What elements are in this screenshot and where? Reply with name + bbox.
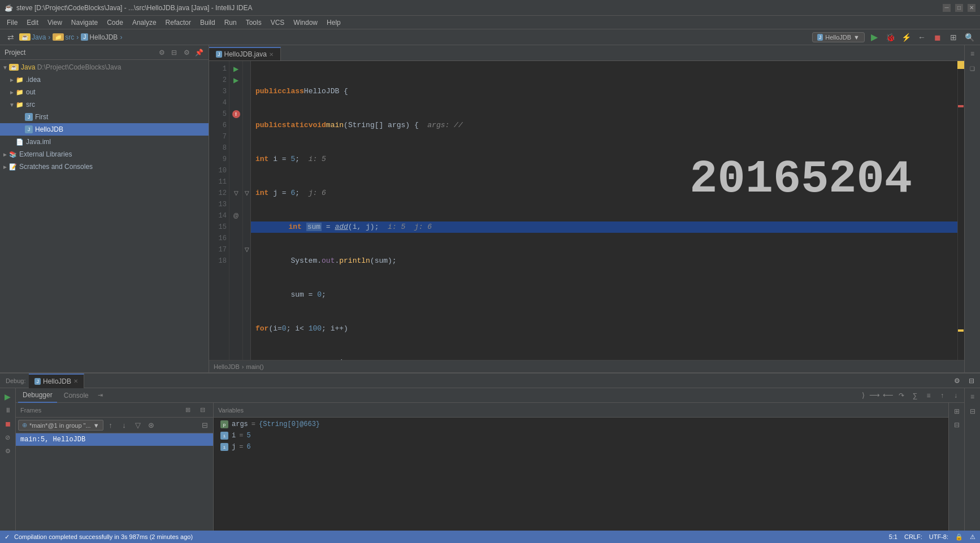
pause-button[interactable]: ⏸: [2, 404, 14, 416]
coverage-button[interactable]: ⚡: [900, 31, 912, 44]
tab-hellojdb[interactable]: J HelloJDB.java ✕: [209, 47, 281, 60]
tree-item-javaiml[interactable]: 📄 Java.iml: [0, 136, 209, 148]
menu-window[interactable]: Window: [289, 18, 322, 28]
menu-run[interactable]: Run: [220, 18, 241, 28]
debug-tab-close[interactable]: ✕: [73, 378, 78, 384]
sidebar-config-icon[interactable]: ⚙: [157, 47, 167, 58]
menu-refactor[interactable]: Refactor: [161, 18, 196, 28]
at-icon-14: @: [233, 210, 239, 221]
gutter-1[interactable]: ▶: [231, 63, 241, 75]
console-tab[interactable]: Console: [59, 388, 93, 403]
evaluate-btn[interactable]: ∑: [909, 389, 921, 402]
dr-icon-1[interactable]: ⊞: [951, 405, 963, 418]
run-toolbar: J HelloJDB ▼ ▶ 🐞 ⚡ ← ◼ ⊞ 🔍: [812, 31, 975, 44]
run-config-dropdown[interactable]: J HelloJDB ▼: [812, 32, 865, 42]
status-encoding[interactable]: UTF-8:: [929, 533, 948, 540]
trace-btn[interactable]: ≡: [922, 389, 935, 402]
run-button[interactable]: ▶: [868, 31, 881, 44]
step-out-btn[interactable]: ⟵: [882, 389, 894, 402]
tree-item-first[interactable]: J First: [0, 111, 209, 123]
sidebar-gear-icon[interactable]: ⚙: [181, 47, 192, 58]
debug-inner-panel: Debugger Console ⇥ ⟩ ⟶ ⟵ ↷ ∑ ≡ ↑ ↓: [16, 388, 964, 531]
dfr-icon-2[interactable]: ⊟: [966, 405, 979, 418]
stop-debug-button[interactable]: ◼: [2, 418, 14, 430]
console-redirect-icon[interactable]: ⇥: [96, 392, 105, 399]
gutter-14[interactable]: @: [231, 210, 241, 221]
debug-close-icon[interactable]: ⊟: [965, 375, 978, 387]
dfr-icon-1[interactable]: ≡: [966, 390, 979, 403]
resume-button[interactable]: ▶: [2, 390, 14, 403]
breadcrumb-class[interactable]: HelloJDB: [214, 363, 240, 370]
maximize-button[interactable]: □: [955, 4, 963, 12]
rs-icon-1[interactable]: ≡: [966, 47, 979, 60]
minimize-button[interactable]: ─: [943, 4, 951, 12]
sidebar-expand-icon[interactable]: ⊟: [169, 47, 179, 58]
breadcrumb-hellojdb[interactable]: HelloJDB: [89, 33, 118, 41]
menu-edit[interactable]: Edit: [22, 18, 43, 28]
editor-tabs: J HelloJDB.java ✕: [209, 45, 964, 61]
frame-get-icon[interactable]: ⊛: [145, 419, 158, 432]
gutter-12[interactable]: ▽: [231, 188, 241, 199]
step-out2-btn[interactable]: ↑: [936, 389, 948, 402]
stop-button[interactable]: ◼: [931, 31, 944, 44]
close-button[interactable]: ✕: [968, 4, 975, 12]
dr-icon-2[interactable]: ⊟: [951, 419, 963, 431]
debug-tab-icon: J: [34, 378, 41, 385]
menu-vcs[interactable]: VCS: [266, 18, 289, 28]
menu-file[interactable]: File: [2, 18, 22, 28]
debug-tab-hellojdb[interactable]: J HelloJDB ✕: [29, 373, 84, 388]
breadcrumb-java[interactable]: Java: [32, 33, 46, 41]
thread-dropdown[interactable]: ⊕ *main*@1 in group "... ▼: [18, 420, 103, 431]
right-error-gutter: [957, 61, 964, 360]
menu-help[interactable]: Help: [322, 18, 345, 28]
step-over-btn[interactable]: ⟩: [860, 388, 867, 403]
step-fwd-btn[interactable]: ↓: [949, 389, 962, 402]
nav-icon-1[interactable]: ⇄: [5, 31, 17, 44]
tree-item-idea[interactable]: ► 📁 .idea: [0, 73, 209, 86]
frame-up-icon[interactable]: ↑: [105, 419, 117, 432]
tree-item-out[interactable]: ► 📁 out: [0, 86, 209, 98]
rs-icon-2[interactable]: ❏: [966, 62, 979, 75]
var-item-j[interactable]: i j = 6: [214, 441, 948, 453]
var-item-args[interactable]: p args = {String[0]@663}: [214, 419, 948, 430]
run-cursor-btn[interactable]: ↷: [895, 389, 908, 402]
gutter-2[interactable]: ▶: [231, 75, 241, 86]
status-position[interactable]: 5:1: [889, 533, 897, 540]
frame-item-main[interactable]: main:5, HelloJDB: [16, 433, 213, 446]
frames-expand-icon[interactable]: ⊞: [181, 404, 194, 416]
breadcrumb-method[interactable]: main(): [246, 363, 264, 370]
menu-code[interactable]: Code: [102, 18, 128, 28]
tree-item-scratches[interactable]: ► 📝 Scratches and Consoles: [0, 160, 209, 173]
back-button[interactable]: ←: [916, 31, 928, 44]
tree-item-hellojdb[interactable]: J HelloJDB: [0, 123, 209, 136]
mute-breakpoints[interactable]: ⊘: [2, 431, 14, 444]
menu-build[interactable]: Build: [196, 18, 220, 28]
frame-filter-icon[interactable]: ▽: [132, 419, 144, 432]
layout-button[interactable]: ⊞: [947, 31, 960, 44]
search-button[interactable]: 🔍: [963, 31, 975, 44]
var-item-i[interactable]: i i = 5: [214, 430, 948, 441]
debugger-tab[interactable]: Debugger: [18, 388, 57, 403]
tab-close-icon[interactable]: ✕: [269, 51, 274, 58]
tree-item-external-libs[interactable]: ► 📚 External Libraries: [0, 148, 209, 160]
menu-analyze[interactable]: Analyze: [128, 18, 161, 28]
frame-right-icon[interactable]: ⊟: [198, 419, 211, 432]
gutter-5[interactable]: !: [231, 108, 241, 120]
debug-settings-icon[interactable]: ⚙: [951, 375, 963, 387]
menu-navigate[interactable]: Navigate: [67, 18, 102, 28]
tree-item-src[interactable]: ▼ 📁 src: [0, 98, 209, 111]
frame-down-icon[interactable]: ↓: [118, 419, 131, 432]
menu-view[interactable]: View: [43, 18, 67, 28]
frames-contract-icon[interactable]: ⊟: [196, 404, 209, 416]
breadcrumb-src[interactable]: src: [65, 33, 74, 41]
status-right: 5:1 CRLF: UTF-8: 🔒 ⚠: [889, 533, 975, 541]
step-into-btn[interactable]: ⟶: [868, 389, 881, 402]
tree-item-root[interactable]: ▼ ☕ Java D:\Project\CodeBlocks\Java: [0, 61, 209, 73]
variables-header: Variables: [214, 403, 948, 418]
debug-settings-btn[interactable]: ⚙: [2, 445, 14, 457]
code-content[interactable]: public class HelloJDB { public static vo…: [251, 61, 957, 360]
status-crlf[interactable]: CRLF:: [904, 533, 922, 540]
menu-tools[interactable]: Tools: [241, 18, 266, 28]
sidebar-pin-icon[interactable]: 📌: [194, 47, 204, 58]
debug-button[interactable]: 🐞: [884, 31, 896, 44]
